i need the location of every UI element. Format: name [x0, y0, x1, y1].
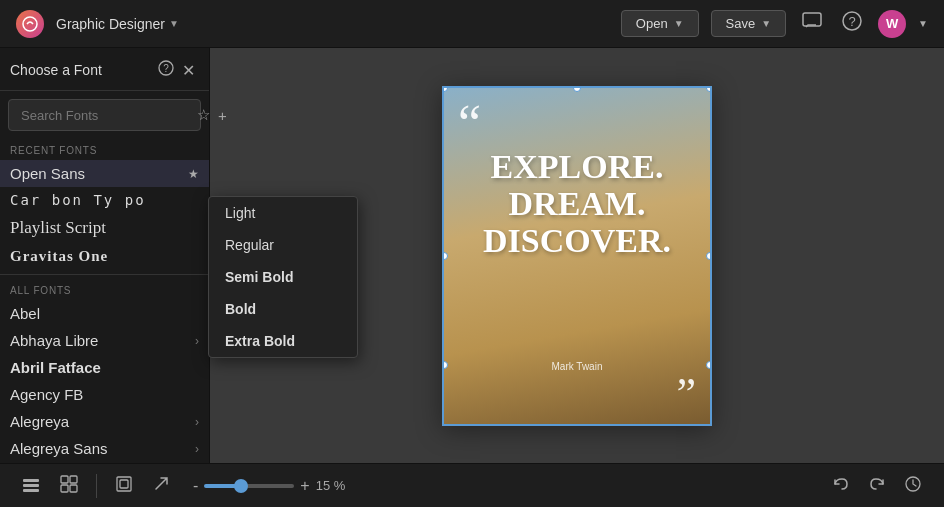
app-title-menu[interactable]: Graphic Designer ▼ [56, 16, 179, 32]
panel-help-button[interactable]: ? [154, 58, 178, 82]
divider [0, 274, 209, 275]
font-name-abril: Abril Fatface [10, 359, 101, 376]
font-item-carbon[interactable]: Car bon Ty po [0, 187, 209, 213]
svg-rect-1 [803, 13, 821, 26]
search-input[interactable] [21, 108, 189, 123]
font-item-abril[interactable]: Abril Fatface [0, 354, 209, 381]
svg-rect-13 [61, 485, 68, 492]
font-panel: Choose a Font ? ✕ ☆ + RECENT FONTS [0, 48, 210, 463]
avatar-letter: W [886, 16, 898, 31]
zoom-control: - + 15 % [193, 477, 352, 495]
font-item-playlist[interactable]: Playlist Script [0, 213, 209, 243]
expand-icon-abhaya: › [195, 334, 199, 348]
font-name-gravitas: Gravitas One [10, 248, 108, 265]
panel-header: Choose a Font ? ✕ [0, 48, 209, 91]
expand-icon-alegreya-sans: › [195, 442, 199, 456]
svg-text:?: ? [163, 63, 169, 74]
svg-point-0 [23, 17, 37, 31]
font-item-open-sans[interactable]: Open Sans ★ [0, 160, 209, 187]
font-item-gravitas[interactable]: Gravitas One [0, 243, 209, 270]
avatar-chevron-icon: ▼ [918, 18, 928, 29]
weight-item-regular[interactable]: Regular [209, 229, 357, 261]
search-bar: ☆ + [8, 99, 201, 131]
avatar[interactable]: W [878, 10, 906, 38]
svg-rect-11 [61, 476, 68, 483]
zoom-out-button[interactable]: - [193, 477, 198, 495]
font-item-alegreya-sans[interactable]: Alegreya Sans › [0, 435, 209, 462]
svg-rect-9 [23, 484, 39, 487]
font-item-abel[interactable]: Abel [0, 300, 209, 327]
all-fonts-label: ALL FONTS [0, 279, 209, 300]
favorite-fonts-button[interactable]: ☆ [195, 104, 212, 126]
save-chevron-icon: ▼ [761, 18, 771, 29]
font-name-agency: Agency FB [10, 386, 83, 403]
poster-attribution: Mark Twain [444, 361, 710, 372]
add-font-button[interactable]: + [216, 104, 229, 126]
svg-rect-16 [120, 480, 128, 488]
font-name-alegreya-sans: Alegreya Sans [10, 440, 108, 457]
svg-text:?: ? [848, 14, 855, 29]
svg-rect-8 [23, 479, 39, 482]
font-name-abel: Abel [10, 305, 40, 322]
svg-rect-15 [117, 477, 131, 491]
redo-button[interactable] [862, 471, 892, 501]
bottom-toolbar: - + 15 % [0, 463, 944, 507]
app-title-chevron-icon: ▼ [169, 18, 179, 29]
favorite-icon-open-sans[interactable]: ★ [188, 167, 199, 181]
app-logo [16, 10, 44, 38]
help-button[interactable]: ? [838, 7, 866, 40]
font-item-alegreya[interactable]: Alegreya › [0, 408, 209, 435]
comment-button[interactable] [798, 8, 826, 39]
layers-button[interactable] [16, 471, 46, 501]
poster-line1: EXPLORE. [454, 148, 700, 185]
weight-dropdown: Light Regular Semi Bold Bold Extra Bold [208, 196, 358, 358]
poster-line2: DREAM. [454, 185, 700, 222]
poster[interactable]: “ EXPLORE. DREAM. DISCOVER. Mark Twain ” [442, 86, 712, 426]
poster-text-block: EXPLORE. DREAM. DISCOVER. [444, 148, 710, 260]
undo-button[interactable] [826, 471, 856, 501]
open-label: Open [636, 16, 668, 31]
weight-item-extrabold[interactable]: Extra Bold [209, 325, 357, 357]
handle-tr[interactable] [706, 86, 712, 92]
save-label: Save [726, 16, 756, 31]
zoom-in-button[interactable]: + [300, 477, 309, 495]
grid-button[interactable] [54, 471, 84, 501]
zoom-slider[interactable] [204, 484, 294, 488]
font-name-carbon: Car bon Ty po [10, 192, 146, 208]
open-button[interactable]: Open ▼ [621, 10, 699, 37]
fit-button[interactable] [109, 471, 139, 501]
font-list: RECENT FONTS Open Sans ★ Car bon Ty po P… [0, 139, 209, 463]
font-name-playlist: Playlist Script [10, 218, 106, 238]
history-button[interactable] [898, 471, 928, 501]
weight-item-semibold[interactable]: Semi Bold [209, 261, 357, 293]
poster-line3: DISCOVER. [454, 222, 700, 259]
panel-title: Choose a Font [10, 62, 154, 78]
save-button[interactable]: Save ▼ [711, 10, 787, 37]
svg-rect-12 [70, 476, 77, 483]
open-chevron-icon: ▼ [674, 18, 684, 29]
font-name-alegreya: Alegreya [10, 413, 69, 430]
expand-icon-alegreya: › [195, 415, 199, 429]
font-name-abhaya: Abhaya Libre [10, 332, 98, 349]
font-item-alfa[interactable]: Alfa Slab One [0, 462, 209, 463]
topnav: Graphic Designer ▼ Open ▼ Save ▼ ? W ▼ [0, 0, 944, 48]
poster-quote-open: “ [458, 98, 481, 150]
weight-item-light[interactable]: Light [209, 197, 357, 229]
bottom-right-actions [826, 471, 928, 501]
font-item-abhaya[interactable]: Abhaya Libre › [0, 327, 209, 354]
poster-quote-close: ” [676, 372, 696, 416]
panel-close-button[interactable]: ✕ [178, 59, 199, 82]
toolbar-divider [96, 474, 97, 498]
font-name-open-sans: Open Sans [10, 165, 85, 182]
export-button[interactable] [147, 471, 177, 501]
recent-fonts-label: RECENT FONTS [0, 139, 209, 160]
search-actions: ☆ + [195, 104, 229, 126]
main-area: Choose a Font ? ✕ ☆ + RECENT FONTS [0, 48, 944, 463]
zoom-label: 15 % [316, 478, 352, 493]
font-item-agency[interactable]: Agency FB [0, 381, 209, 408]
app-title-label: Graphic Designer [56, 16, 165, 32]
svg-rect-14 [70, 485, 77, 492]
weight-item-bold[interactable]: Bold [209, 293, 357, 325]
svg-rect-10 [23, 489, 39, 492]
